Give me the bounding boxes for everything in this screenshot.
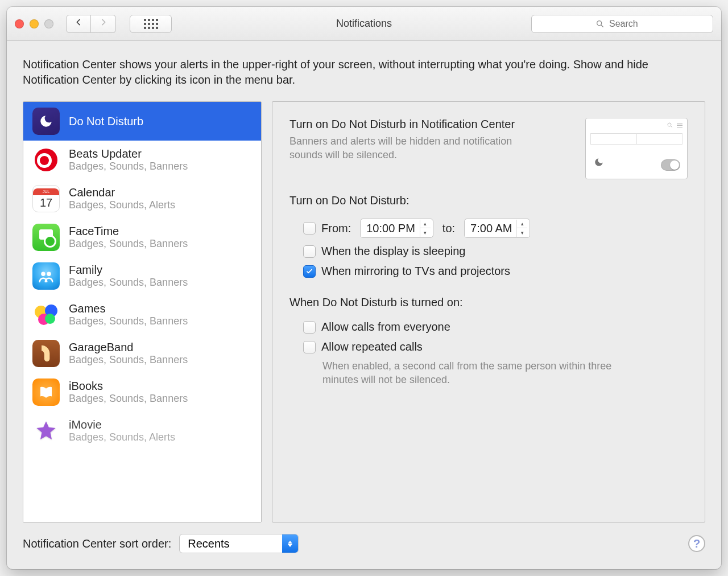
svg-line-1 <box>601 25 603 27</box>
content-area: Notification Center shows your alerts in… <box>7 41 721 569</box>
svg-point-2 <box>41 272 46 277</box>
mirroring-label: When mirroring to TVs and projectors <box>321 265 510 278</box>
svg-line-5 <box>671 126 673 128</box>
stepper-from[interactable]: ▴▾ <box>420 220 431 237</box>
sidebar-item-garageband[interactable]: GarageBand Badges, Sounds, Banners <box>23 334 261 373</box>
moon-icon <box>32 108 60 135</box>
grid-icon <box>144 19 158 29</box>
search-field[interactable] <box>531 15 713 33</box>
search-icon <box>667 122 673 129</box>
forward-button[interactable] <box>91 15 116 33</box>
allow-everyone-label: Allow calls from everyone <box>321 320 450 334</box>
app-sub: Badges, Sounds, Banners <box>69 354 188 366</box>
app-sub: Badges, Sounds, Banners <box>69 393 188 405</box>
app-list[interactable]: Do Not Disturb Beats Updater Badges, Sou… <box>23 101 262 522</box>
app-sub: Badges, Sounds, Banners <box>69 161 188 172</box>
mirroring-row: When mirroring to TVs and projectors <box>289 261 688 281</box>
search-input[interactable] <box>609 19 649 29</box>
svg-point-4 <box>668 123 671 126</box>
back-button[interactable] <box>66 15 91 33</box>
sort-order-label: Notification Center sort order: <box>23 537 171 550</box>
allow-repeated-label: Allow repeated calls <box>321 340 423 353</box>
allow-everyone-row: Allow calls from everyone <box>289 317 688 337</box>
app-name: Do Not Disturb <box>69 115 143 128</box>
checkbox-allow-everyone[interactable] <box>303 321 316 334</box>
search-icon <box>595 19 605 28</box>
sidebar-item-ibooks[interactable]: iBooks Badges, Sounds, Banners <box>23 373 261 412</box>
detail-title: Turn on Do Not Disturb in Notification C… <box>289 118 540 131</box>
ibooks-icon <box>32 378 60 406</box>
app-name: Games <box>69 302 188 315</box>
app-name: iBooks <box>69 380 188 393</box>
preferences-window: Notifications Notification Center shows … <box>7 7 721 569</box>
sidebar-item-do-not-disturb[interactable]: Do Not Disturb <box>23 102 261 141</box>
toggle-icon <box>661 159 680 171</box>
intro-text: Notification Center shows your alerts in… <box>23 57 705 88</box>
chevron-right-icon <box>99 18 108 27</box>
sort-order-value: Recents <box>180 537 282 550</box>
sidebar-item-beats-updater[interactable]: Beats Updater Badges, Sounds, Banners <box>23 141 261 179</box>
section-heading: When Do Not Disturb is turned on: <box>289 296 688 309</box>
display-sleeping-label: When the display is sleeping <box>321 245 465 258</box>
from-label: From: <box>321 222 351 235</box>
detail-pane: Turn on Do Not Disturb in Notification C… <box>272 101 705 522</box>
window-zoom-button[interactable] <box>44 19 53 28</box>
time-to-value: 7:00 AM <box>470 222 512 235</box>
section-heading: Turn on Do Not Disturb: <box>289 194 688 207</box>
window-minimize-button[interactable] <box>30 19 39 28</box>
time-to-field[interactable]: 7:00 AM ▴▾ <box>464 219 530 238</box>
game-center-icon <box>32 301 60 328</box>
app-sub: Badges, Sounds, Banners <box>69 277 188 289</box>
check-icon <box>305 268 313 275</box>
sidebar-item-calendar[interactable]: JUL 17 Calendar Badges, Sounds, Alerts <box>23 179 261 218</box>
imovie-icon <box>32 417 60 445</box>
family-icon <box>32 262 60 290</box>
sort-order-select[interactable]: Recents <box>179 534 299 553</box>
time-from-field[interactable]: 10:00 PM ▴▾ <box>360 219 433 238</box>
checkbox-display-sleeping[interactable] <box>303 245 316 258</box>
detail-subtitle: Banners and alerts will be hidden and no… <box>289 134 540 162</box>
checkbox-schedule[interactable] <box>303 222 316 234</box>
sidebar-item-facetime[interactable]: FaceTime Badges, Sounds, Banners <box>23 218 261 257</box>
sidebar-item-games[interactable]: Games Badges, Sounds, Banners <box>23 295 261 334</box>
garageband-icon <box>32 340 60 367</box>
app-sub: Badges, Sounds, Banners <box>69 238 188 250</box>
display-sleeping-row: When the display is sleeping <box>289 241 688 261</box>
checkbox-mirroring[interactable] <box>303 265 316 278</box>
to-label: to: <box>442 222 455 235</box>
svg-point-0 <box>597 20 602 25</box>
app-name: GarageBand <box>69 341 188 354</box>
repeated-hint: When enabled, a second call from the sam… <box>289 359 642 387</box>
app-sub: Badges, Sounds, Banners <box>69 315 188 327</box>
titlebar: Notifications <box>7 7 721 41</box>
facetime-icon <box>32 224 60 251</box>
chevron-left-icon <box>74 18 83 27</box>
sidebar-item-imovie[interactable]: iMovie Badges, Sounds, Alerts <box>23 412 261 450</box>
app-name: Calendar <box>69 186 175 199</box>
chevron-up-down-icon <box>282 534 298 553</box>
sidebar-item-family[interactable]: Family Badges, Sounds, Banners <box>23 257 261 295</box>
app-name: Family <box>69 264 188 277</box>
show-all-button[interactable] <box>130 15 172 33</box>
calendar-icon: JUL 17 <box>32 185 60 212</box>
checkbox-allow-repeated[interactable] <box>303 341 316 353</box>
app-sub: Badges, Sounds, Alerts <box>69 431 175 443</box>
app-name: iMovie <box>69 418 175 431</box>
beats-icon <box>32 146 60 174</box>
allow-repeated-row: Allow repeated calls <box>289 337 688 357</box>
app-name: FaceTime <box>69 225 188 238</box>
svg-point-3 <box>47 272 51 277</box>
help-button[interactable]: ? <box>688 535 705 552</box>
notification-center-preview <box>585 118 688 179</box>
app-name: Beats Updater <box>69 147 188 161</box>
app-sub: Badges, Sounds, Alerts <box>69 199 175 211</box>
footer: Notification Center sort order: Recents … <box>23 532 705 553</box>
split-panes: Do Not Disturb Beats Updater Badges, Sou… <box>23 101 705 522</box>
nav-back-forward <box>66 15 116 33</box>
time-from-value: 10:00 PM <box>366 222 415 235</box>
stepper-to[interactable]: ▴▾ <box>516 220 527 237</box>
schedule-row: From: 10:00 PM ▴▾ to: 7:00 AM ▴▾ <box>289 215 688 241</box>
window-close-button[interactable] <box>15 19 24 28</box>
moon-icon <box>594 157 604 170</box>
list-icon <box>677 123 682 128</box>
